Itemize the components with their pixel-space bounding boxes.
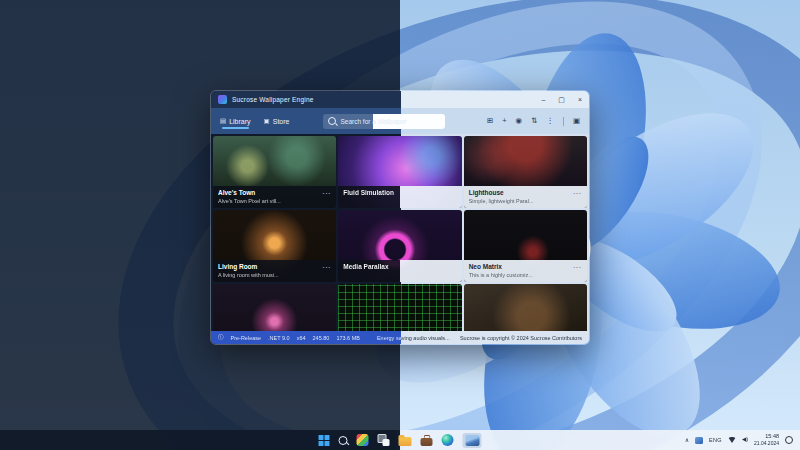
wallpaper-card-media-parallax[interactable]: Media Parallax Visualize, music and mot.… — [338, 210, 461, 282]
card-menu-button[interactable]: ... — [322, 262, 331, 269]
status-build: 245.80 — [313, 335, 330, 341]
wifi-icon[interactable] — [728, 437, 736, 443]
window-toolbar: ▤ Library ▣ Store ⊞ + ◉ ⇅ ⋮ ▣ — [211, 108, 589, 134]
window-statusbar: ⓘ Pre-Release .NET 9.0 x64 245.80 173.6 … — [211, 331, 589, 344]
tray-app-icon[interactable] — [695, 437, 703, 444]
card-menu-button[interactable]: ... — [448, 188, 457, 195]
add-icon[interactable]: + — [502, 117, 506, 125]
window-title: Sucrose Wallpaper Engine — [232, 96, 314, 103]
app-window: Sucrose Wallpaper Engine – ▢ × ▤ Library… — [210, 90, 590, 345]
card-menu-button[interactable]: ... — [322, 188, 331, 195]
system-tray: ∧ ENG ◀) 15:48 21.04.2024 — [685, 430, 793, 450]
close-button[interactable]: × — [578, 96, 582, 103]
card-title: Lighthouse — [469, 189, 582, 198]
card-title: Fluid Simulation — [343, 189, 456, 198]
wallpaper-card-fluid-simulation[interactable]: Fluid Simulation Fluid simulation using … — [338, 136, 461, 208]
card-caption: Living Room A living room with musi... .… — [213, 260, 336, 282]
status-runtime: .NET 9.0 — [268, 335, 290, 341]
wallpaper-card-living-room[interactable]: Living Room A living room with musi... .… — [213, 210, 336, 282]
minimize-button[interactable]: – — [541, 96, 545, 103]
status-memory: 173.6 MB — [336, 335, 360, 341]
card-description: This is a highly customiz... — [469, 272, 582, 279]
sucrose-app-icon — [465, 435, 479, 446]
tab-library[interactable]: ▤ Library — [220, 113, 251, 129]
card-menu-button[interactable]: ... — [573, 188, 582, 195]
card-description: Fluid simulation using W... — [343, 198, 456, 205]
search-icon — [328, 117, 336, 125]
tab-library-label: Library — [229, 118, 250, 125]
toolbar-actions: ⊞ + ◉ ⇅ ⋮ ▣ — [487, 117, 580, 126]
active-app-plate[interactable] — [463, 433, 482, 448]
file-explorer-icon[interactable] — [399, 437, 412, 446]
toolbar-divider — [563, 117, 564, 126]
notification-bell-icon[interactable] — [785, 436, 793, 444]
card-caption: Media Parallax Visualize, music and mot.… — [338, 260, 461, 282]
wallpaper-card-cropped-1[interactable] — [213, 284, 336, 331]
taskbar-search-icon[interactable] — [339, 436, 348, 445]
app-logo-icon — [218, 95, 227, 104]
card-title: Media Parallax — [343, 263, 456, 272]
language-indicator[interactable]: ENG — [709, 437, 722, 443]
tab-store[interactable]: ▣ Store — [264, 113, 290, 129]
maximize-button[interactable]: ▢ — [558, 96, 565, 103]
card-title: Living Room — [218, 263, 331, 272]
wallpaper-card-cropped-3[interactable] — [464, 284, 587, 331]
tab-store-label: Store — [273, 118, 290, 125]
card-caption: Lighthouse Simple, lightweight Paral... … — [464, 186, 587, 208]
card-title: Alve's Town — [218, 189, 331, 198]
tab-bar: ▤ Library ▣ Store — [220, 113, 289, 129]
card-description: Alve's Town Pixel art vill... — [218, 198, 331, 205]
card-title: Neo Matrix — [469, 263, 582, 272]
desktop: Sucrose Wallpaper Engine – ▢ × ▤ Library… — [0, 0, 800, 450]
wallpaper-card-alves-town[interactable]: Alve's Town Alve's Town Pixel art vill..… — [213, 136, 336, 208]
search-box[interactable] — [323, 114, 445, 129]
status-message: Energy saving audio visuals... — [377, 335, 450, 341]
tray-time: 15:48 — [765, 433, 779, 440]
card-caption: Neo Matrix This is a highly customiz... … — [464, 260, 587, 282]
taskbar: ∧ ENG ◀) 15:48 21.04.2024 — [0, 430, 800, 450]
window-titlebar[interactable]: Sucrose Wallpaper Engine – ▢ × — [211, 91, 589, 108]
status-copyright: Sucrose is copyright © 2024 Sucrose Cont… — [460, 335, 582, 341]
wallpaper-thumbnail — [213, 284, 336, 331]
card-caption: Alve's Town Alve's Town Pixel art vill..… — [213, 186, 336, 208]
card-menu-button[interactable]: ... — [573, 262, 582, 269]
layout-icon[interactable]: ▣ — [573, 117, 580, 125]
info-icon: ⓘ — [218, 334, 224, 341]
wallpaper-thumbnail — [338, 284, 461, 331]
library-icon: ▤ — [220, 117, 226, 125]
card-caption: Fluid Simulation Fluid simulation using … — [338, 186, 461, 208]
edge-browser-icon[interactable] — [442, 434, 454, 446]
task-view-icon[interactable] — [378, 434, 390, 446]
more-icon[interactable]: ⋮ — [546, 117, 554, 125]
start-button-icon[interactable] — [319, 435, 330, 446]
record-icon[interactable]: ◉ — [516, 117, 523, 125]
search-input[interactable] — [340, 118, 440, 125]
wallpaper-card-neo-matrix[interactable]: Neo Matrix This is a highly customiz... … — [464, 210, 587, 282]
wallpaper-grid: Alve's Town Alve's Town Pixel art vill..… — [211, 134, 589, 331]
card-menu-button[interactable]: ... — [448, 262, 457, 269]
briefcase-app-icon[interactable] — [421, 438, 433, 446]
wallpaper-card-lighthouse[interactable]: Lighthouse Simple, lightweight Paral... … — [464, 136, 587, 208]
wallpaper-thumbnail — [464, 284, 587, 331]
store-icon: ▣ — [264, 117, 270, 125]
card-description: A living room with musi... — [218, 272, 331, 279]
colorful-app-icon[interactable] — [357, 434, 369, 446]
wallpaper-card-cropped-2[interactable] — [338, 284, 461, 331]
status-arch: x64 — [297, 335, 306, 341]
tray-chevron-icon[interactable]: ∧ — [685, 437, 689, 443]
panel-icon[interactable]: ⊞ — [487, 117, 493, 125]
sort-icon[interactable]: ⇅ — [531, 117, 537, 125]
tray-date: 21.04.2024 — [754, 440, 779, 446]
card-description: Simple, lightweight Paral... — [469, 198, 582, 205]
clock[interactable]: 15:48 21.04.2024 — [754, 433, 779, 446]
card-description: Visualize, music and mot... — [343, 272, 456, 279]
taskbar-center-icons — [319, 430, 482, 450]
status-release: Pre-Release — [231, 335, 262, 341]
volume-icon[interactable]: ◀) — [742, 437, 748, 443]
